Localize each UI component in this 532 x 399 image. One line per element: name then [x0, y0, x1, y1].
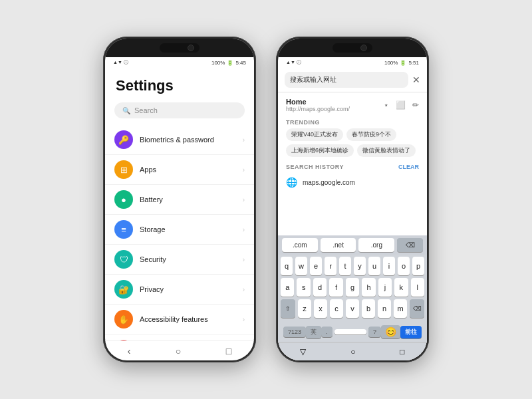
edit-icon[interactable]: ✏	[412, 100, 419, 110]
shortcut-com[interactable]: .com	[282, 238, 318, 252]
copy-icon[interactable]: ⬜	[396, 100, 406, 110]
key-u[interactable]: u	[368, 257, 380, 275]
num-key[interactable]: ?123	[283, 327, 306, 337]
share-icon[interactable]: ⋆	[384, 100, 389, 110]
settings-item-icon: 🛡	[114, 250, 133, 269]
trending-tag[interactable]: 荣耀V40正式发布	[286, 128, 343, 141]
url-input[interactable]: 搜索或输入网址	[285, 72, 408, 88]
recents-button[interactable]: □	[226, 346, 231, 356]
backspace-button[interactable]: ⌫	[397, 238, 423, 252]
lang-key[interactable]: 英	[306, 326, 321, 338]
signal-icons-right: ▲▼ ⓘ	[286, 59, 301, 66]
key-z[interactable]: z	[298, 299, 311, 318]
trending-tag[interactable]: 春节防疫9个不	[346, 128, 396, 141]
settings-item[interactable]: ✋ Accessibility features ›	[105, 305, 254, 334]
globe-icon: 🌐	[286, 177, 297, 188]
delete-key[interactable]: ⌫	[410, 299, 424, 318]
key-r[interactable]: r	[325, 257, 336, 275]
battery-percent-right: 100%	[384, 60, 398, 66]
chevron-right-icon: ›	[243, 316, 245, 323]
key-o[interactable]: o	[398, 257, 410, 275]
trending-tags: 荣耀V40正式发布春节防疫9个不上海新增6例本地确诊微信黄脸表情动了	[278, 128, 427, 161]
key-i[interactable]: i	[383, 257, 395, 275]
key-a[interactable]: a	[281, 278, 294, 297]
history-label: SEARCH HISTORY	[286, 164, 344, 170]
camera-pill	[160, 43, 200, 53]
chevron-right-icon: ›	[243, 136, 245, 144]
recents-btn-right[interactable]: □	[400, 347, 404, 356]
emoji-key[interactable]: 😊	[381, 325, 400, 338]
key-g[interactable]: g	[346, 278, 359, 297]
key-h[interactable]: h	[362, 278, 375, 297]
browser-phone: ▲▼ ⓘ 100% 🔋 5:51 搜索或输入网址 ✕ Home http://m…	[276, 37, 429, 362]
key-t[interactable]: t	[339, 257, 351, 275]
settings-item[interactable]: ≡ Storage ›	[105, 215, 254, 245]
key-j[interactable]: j	[378, 278, 392, 297]
browser-panel: Home http://maps.google.com/ ⋆ ⬜ ✏ TREND…	[278, 92, 427, 235]
url-bar-area: 搜索或输入网址 ✕	[278, 68, 427, 92]
status-bar-left: ▲▼ ⓘ 100% 🔋 5:45	[105, 57, 254, 68]
key-y[interactable]: y	[354, 257, 366, 275]
settings-item-icon: ●	[114, 190, 133, 209]
keyboard-row: ⇧zxcvbnm⌫	[281, 299, 424, 318]
key-n[interactable]: n	[378, 299, 391, 318]
key-m[interactable]: m	[394, 299, 407, 318]
home-button[interactable]: ○	[176, 346, 181, 356]
browser-content: 搜索或输入网址 ✕ Home http://maps.google.com/ ⋆…	[278, 68, 427, 360]
back-button[interactable]: ‹	[128, 346, 131, 356]
trending-tag[interactable]: 微信黄脸表情动了	[357, 144, 416, 157]
battery-icon: 🔋	[227, 60, 233, 66]
settings-item-icon: ✋	[114, 310, 133, 329]
settings-item[interactable]: 🔑 Biometrics & password ›	[105, 125, 254, 155]
key-s[interactable]: s	[297, 278, 310, 297]
settings-title: Settings	[105, 68, 254, 100]
key-f[interactable]: f	[329, 278, 342, 297]
chevron-right-icon: ›	[243, 196, 245, 203]
browser-home-info: Home http://maps.google.com/	[286, 98, 350, 112]
key-w[interactable]: w	[295, 257, 307, 275]
key-e[interactable]: e	[310, 257, 322, 275]
url-close-button[interactable]: ✕	[412, 74, 420, 85]
dot-key[interactable]: .	[321, 327, 332, 337]
key-x[interactable]: x	[314, 299, 327, 318]
keyboard-shortcuts-row: .com .net .org ⌫	[278, 235, 427, 255]
settings-content: Settings 🔍 Search 🔑 Biometrics & passwor…	[105, 68, 254, 340]
shortcut-net[interactable]: .net	[321, 238, 356, 252]
key-d[interactable]: d	[313, 278, 327, 297]
key-p[interactable]: p	[412, 257, 424, 275]
settings-item-label: Security	[140, 255, 236, 263]
keyboard-row: qwertyuiop	[281, 257, 424, 275]
back-btn-right[interactable]: ▽	[300, 347, 306, 356]
question-key[interactable]: ?	[368, 327, 381, 337]
browser-home-action-icons: ⋆ ⬜ ✏	[384, 100, 419, 110]
go-button[interactable]: 前往	[400, 326, 422, 338]
battery-percent: 100%	[211, 60, 225, 66]
notch-left	[105, 39, 254, 57]
chevron-right-icon: ›	[243, 256, 245, 263]
chevron-right-icon: ›	[243, 166, 245, 174]
key-v[interactable]: v	[346, 299, 359, 318]
search-placeholder-text: Search	[134, 106, 158, 114]
home-btn-right[interactable]: ○	[350, 347, 355, 356]
settings-item[interactable]: ⊞ Apps ›	[105, 155, 254, 185]
key-b[interactable]: b	[362, 299, 375, 318]
history-item[interactable]: 🌐 maps.google.com	[278, 173, 427, 192]
settings-item-label: Apps	[140, 166, 236, 174]
trending-tag[interactable]: 上海新增6例本地确诊	[286, 144, 354, 157]
settings-phone: ▲▼ ⓘ 100% 🔋 5:45 Settings 🔍 Search 🔑 Bio…	[103, 37, 256, 362]
key-c[interactable]: c	[330, 299, 343, 318]
clear-history-button[interactable]: CLEAR	[398, 164, 419, 170]
bottom-nav-right: ▽ ○ □	[278, 342, 427, 360]
key-l[interactable]: l	[411, 278, 424, 297]
key-k[interactable]: k	[394, 278, 408, 297]
settings-item[interactable]: ● Battery ›	[105, 185, 254, 215]
settings-item[interactable]: 🔐 Privacy ›	[105, 275, 254, 305]
key-q[interactable]: q	[281, 257, 293, 275]
settings-item[interactable]: 👤 Users & accounts ›	[105, 334, 254, 340]
settings-item[interactable]: 🛡 Security ›	[105, 245, 254, 275]
shortcut-org[interactable]: .org	[358, 238, 394, 252]
keyboard-row: asdfghjkl	[281, 278, 424, 297]
search-bar[interactable]: 🔍 Search	[114, 102, 245, 118]
shift-key[interactable]: ⇧	[281, 299, 295, 318]
space-key[interactable]	[334, 329, 366, 334]
